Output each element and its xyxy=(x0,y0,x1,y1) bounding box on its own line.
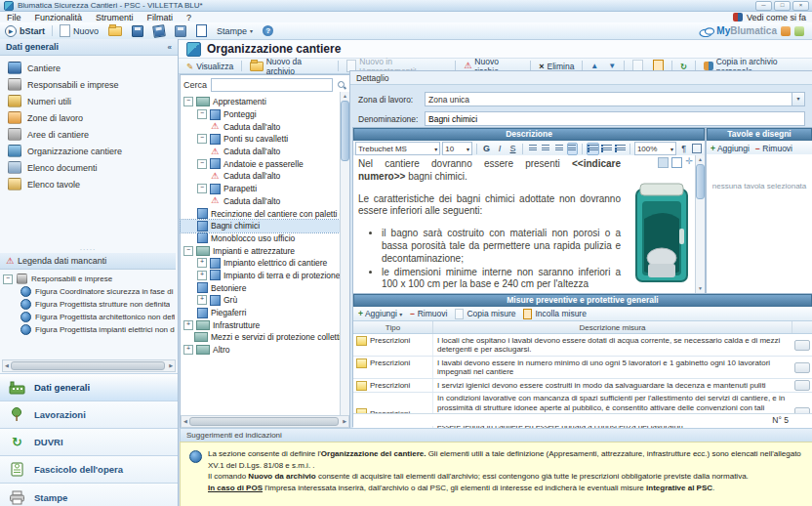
tree-plus-icon[interactable]: + xyxy=(183,320,193,330)
align-right-button[interactable] xyxy=(553,143,564,155)
font-name-select[interactable]: Trebuchet MS▾ xyxy=(355,142,440,155)
tree-item-risk[interactable]: ⚠Caduta dall'alto xyxy=(181,120,349,133)
descrizione-editor[interactable]: ✛ ▲ ▼ Ne xyxy=(353,155,705,293)
collapse-sidebar-icon[interactable]: « xyxy=(168,43,172,52)
misura-row[interactable]: Prescrizioni I locali che ospitano i lav… xyxy=(353,334,812,357)
nuovo-da-archivio-button[interactable]: Nuovo da archivio xyxy=(246,60,334,72)
save-all-button[interactable] xyxy=(148,24,170,38)
rimuovi-tavola-button[interactable]: − Rimuovi xyxy=(755,144,792,153)
nuovo-button[interactable]: Nuovo xyxy=(55,23,103,38)
tree-minus-icon[interactable]: − xyxy=(197,184,207,193)
menu-filmati[interactable]: Filmati xyxy=(141,13,181,22)
tree-plus-icon[interactable]: + xyxy=(197,258,207,268)
bstart-button[interactable]: ▶ bStart xyxy=(0,24,50,38)
sidebar-item-numeri-utili[interactable]: Numeri utili xyxy=(0,93,178,109)
align-justify-button[interactable] xyxy=(567,143,579,155)
scroll-right-icon[interactable]: ▶ xyxy=(167,361,175,370)
search-input[interactable] xyxy=(211,78,333,92)
tree-minus-icon[interactable]: − xyxy=(3,274,13,284)
tree-item-risk[interactable]: ⚠Caduta dall'alto xyxy=(181,146,349,158)
help-button[interactable]: ? xyxy=(258,24,278,37)
nav-stampe[interactable]: Stampe xyxy=(0,483,178,506)
tree-item-risk[interactable]: ⚠Caduta dall'alto xyxy=(181,170,349,183)
copia-misure-button[interactable]: Copia misure xyxy=(455,309,515,319)
aggiungi-tavola-button[interactable]: + Aggiungi xyxy=(710,144,750,153)
suggerimenti-header[interactable]: Suggerimenti ed indicazioni ▲ xyxy=(180,428,812,443)
notes-icon[interactable] xyxy=(794,26,804,36)
sidebar-item-organizzazione-cantiere[interactable]: Organizzazione cantiere xyxy=(0,143,178,159)
zona-dropdown-button[interactable]: ▾ xyxy=(792,92,805,106)
tree-minus-icon[interactable]: − xyxy=(197,109,207,119)
tree-vertical-scrollbar[interactable]: ▲ xyxy=(340,92,349,417)
tree-item[interactable]: Recinzione del cantiere con paletti e re… xyxy=(181,207,349,220)
tree-item[interactable]: −Andatoie e passerelle xyxy=(181,157,349,170)
tree-item[interactable]: Monoblocco uso ufficio xyxy=(181,232,349,245)
pilcrow-button[interactable]: ¶ xyxy=(678,143,689,155)
menu-strumenti[interactable]: Strumenti xyxy=(89,13,141,22)
scrollbar-thumb[interactable] xyxy=(189,417,339,426)
tree-item-risk[interactable]: ⚠Caduta dall'alto xyxy=(181,195,349,208)
scroll-down-icon[interactable]: ▼ xyxy=(698,284,703,293)
misura-row[interactable]: Prescrizioni I servizi igienici devono e… xyxy=(353,379,812,393)
font-size-select[interactable]: 10▾ xyxy=(442,142,472,155)
profile-icon[interactable] xyxy=(781,26,791,36)
tree-plus-icon[interactable]: + xyxy=(197,271,207,280)
bold-button[interactable]: G xyxy=(481,143,492,155)
scroll-left-icon[interactable]: ◀ xyxy=(182,417,189,426)
splitter-handle[interactable]: ····· xyxy=(0,246,176,253)
nav-lavorazioni[interactable]: Lavorazioni xyxy=(0,401,178,428)
tree-item[interactable]: +Infrastrutture xyxy=(181,318,349,331)
tree-item[interactable]: −Apprestamenti xyxy=(181,96,349,108)
scrollbar-thumb[interactable] xyxy=(341,101,349,161)
sidebar-item-elenco-tavole[interactable]: Elenco tavole xyxy=(0,176,178,192)
maximize-button[interactable]: □ xyxy=(774,1,791,11)
indent-button[interactable] xyxy=(615,143,626,155)
scroll-up-icon[interactable]: ▲ xyxy=(698,155,703,164)
scroll-left-icon[interactable]: ◀ xyxy=(3,361,11,370)
sidebar-item-zone-di-lavoro[interactable]: Zone di lavoro xyxy=(0,109,178,126)
aggiungi-misura-button[interactable]: + Aggiungi ▾ xyxy=(358,309,402,318)
save-as-button[interactable] xyxy=(170,24,191,38)
sidebar-item-aree-di-cantiere[interactable]: Aree di cantiere xyxy=(0,126,178,143)
visualizza-button[interactable]: ✎ Visualizza xyxy=(183,60,237,72)
legend-item[interactable]: Figura Coordinatore sicurezza in fase di… xyxy=(3,285,175,298)
tree-item[interactable]: Mezzi e servizi di protezione collettiva xyxy=(181,331,349,344)
tree-item[interactable]: +Altro xyxy=(181,344,349,357)
tree-item[interactable]: +Grù xyxy=(181,294,349,307)
close-button[interactable]: × xyxy=(792,1,809,11)
tree-plus-icon[interactable]: + xyxy=(197,295,207,305)
align-center-button[interactable] xyxy=(541,143,551,155)
vedi-come-si-fa-link[interactable]: Vedi come si fa xyxy=(747,13,806,22)
rimuovi-misura-button[interactable]: − Rimuovi xyxy=(410,309,447,318)
tree-item[interactable]: +Impianto di terra e di protezione contr… xyxy=(181,270,349,282)
misura-row[interactable]: Prescrizioni I lavabi devono essere in n… xyxy=(353,357,812,379)
brand-blumatica[interactable]: Blumatica xyxy=(730,25,777,36)
tree-item[interactable]: −Parapetti xyxy=(181,183,349,195)
brand-my[interactable]: My xyxy=(716,25,730,36)
numbered-list-button[interactable] xyxy=(601,143,612,155)
tree-item-selected[interactable]: Bagni chimici xyxy=(181,220,349,232)
scrollbar-thumb[interactable] xyxy=(11,361,165,370)
tree-item[interactable]: −Impianti e attrezzature xyxy=(181,244,349,257)
minimize-button[interactable]: ─ xyxy=(755,1,772,11)
tree-item[interactable]: −Ponteggi xyxy=(181,108,349,121)
tree-item[interactable]: Betoniere xyxy=(181,281,349,294)
tree-minus-icon[interactable]: − xyxy=(197,134,207,144)
edit-misura-button[interactable] xyxy=(794,380,810,391)
tree-minus-icon[interactable]: − xyxy=(197,159,207,169)
edit-misura-button[interactable] xyxy=(794,362,810,373)
legend-item[interactable]: Figura Progettista architettonico non de… xyxy=(3,311,175,323)
sidebar-item-responsabili[interactable]: Responsabili e imprese xyxy=(0,76,178,93)
incolla-misure-button[interactable]: Incolla misure xyxy=(523,309,586,319)
align-left-button[interactable] xyxy=(527,143,538,155)
nav-fascicolo[interactable]: Fascicolo dell'opera xyxy=(0,455,178,483)
stampe-button[interactable]: Stampe ▾ xyxy=(212,25,258,37)
sidebar-item-cantiere[interactable]: Cantiere xyxy=(0,60,178,76)
italic-button[interactable]: I xyxy=(494,143,505,155)
menu-funzionalita[interactable]: Funzionalità xyxy=(28,13,90,22)
denominazione-input[interactable] xyxy=(425,111,805,126)
nav-dati-generali[interactable]: Dati generali xyxy=(0,373,178,401)
tree-item[interactable]: +Impianto elettrico di cantiere xyxy=(181,257,349,270)
legend-root[interactable]: − Responsabili e imprese xyxy=(3,273,175,285)
nav-duvri[interactable]: ↻ DUVRI xyxy=(0,428,178,455)
